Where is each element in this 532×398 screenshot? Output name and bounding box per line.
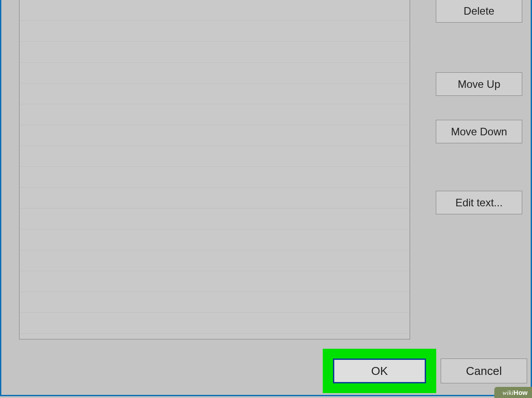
list-row xyxy=(20,83,410,104)
list-row xyxy=(20,63,410,83)
list-row xyxy=(20,229,410,250)
list-row xyxy=(20,313,410,334)
move-down-button[interactable]: Move Down xyxy=(436,120,522,143)
list-row xyxy=(20,167,410,188)
list-row xyxy=(20,146,410,167)
watermark-suffix: How xyxy=(513,389,528,396)
list-row xyxy=(20,21,410,42)
wikihow-watermark: wikiHow xyxy=(494,387,532,398)
watermark-prefix: wiki xyxy=(502,389,513,396)
edit-text-button[interactable]: Edit text... xyxy=(436,191,522,214)
ok-button[interactable]: OK xyxy=(333,359,426,383)
items-listbox[interactable] xyxy=(19,0,410,339)
list-row xyxy=(20,104,410,125)
cancel-button[interactable]: Cancel xyxy=(441,359,527,383)
list-row xyxy=(20,250,410,271)
list-row xyxy=(20,292,410,313)
list-row xyxy=(20,188,410,209)
list-row xyxy=(20,42,410,63)
list-row xyxy=(20,0,410,21)
move-up-button[interactable]: Move Up xyxy=(436,72,522,96)
list-row xyxy=(20,209,410,229)
list-row xyxy=(20,271,410,292)
dialog-window: Delete Move Up Move Down Edit text... OK… xyxy=(0,0,532,396)
delete-button[interactable]: Delete xyxy=(436,0,522,23)
list-row xyxy=(20,125,410,146)
ok-highlight-annotation: OK xyxy=(323,349,436,393)
